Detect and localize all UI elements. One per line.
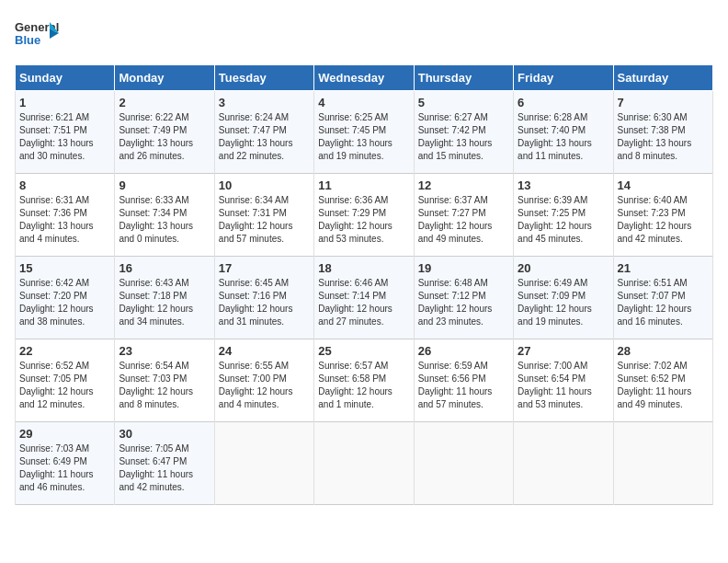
day-info: Sunrise: 6:39 AM Sunset: 7:25 PM Dayligh… — [518, 194, 609, 246]
day-number: 19 — [418, 261, 509, 275]
day-info: Sunrise: 6:57 AM Sunset: 6:58 PM Dayligh… — [318, 360, 409, 411]
weekday-header: Wednesday — [314, 65, 414, 91]
day-info: Sunrise: 6:22 AM Sunset: 7:49 PM Dayligh… — [119, 111, 210, 163]
weekday-header: Monday — [115, 65, 214, 91]
calendar-cell: 20Sunrise: 6:49 AM Sunset: 7:09 PM Dayli… — [514, 257, 613, 339]
calendar-cell: 1Sunrise: 6:21 AM Sunset: 7:51 PM Daylig… — [16, 91, 115, 174]
day-info: Sunrise: 7:05 AM Sunset: 6:47 PM Dayligh… — [119, 442, 210, 494]
calendar-cell — [414, 422, 513, 505]
calendar-week-row: 8Sunrise: 6:31 AM Sunset: 7:36 PM Daylig… — [16, 174, 713, 257]
calendar-table: SundayMondayTuesdayWednesdayThursdayFrid… — [15, 64, 713, 505]
day-number: 23 — [119, 344, 210, 358]
calendar-cell: 17Sunrise: 6:45 AM Sunset: 7:16 PM Dayli… — [214, 257, 313, 339]
day-info: Sunrise: 6:24 AM Sunset: 7:47 PM Dayligh… — [219, 111, 310, 163]
weekday-header: Tuesday — [214, 65, 313, 91]
day-number: 29 — [19, 427, 110, 441]
calendar-cell — [314, 422, 414, 505]
weekday-header: Sunday — [16, 65, 115, 91]
calendar-cell: 30Sunrise: 7:05 AM Sunset: 6:47 PM Dayli… — [115, 422, 214, 505]
calendar-cell: 27Sunrise: 7:00 AM Sunset: 6:54 PM Dayli… — [514, 339, 613, 422]
day-info: Sunrise: 6:48 AM Sunset: 7:12 PM Dayligh… — [418, 277, 509, 328]
calendar-cell: 11Sunrise: 6:36 AM Sunset: 7:29 PM Dayli… — [314, 174, 414, 257]
calendar-cell: 6Sunrise: 6:28 AM Sunset: 7:40 PM Daylig… — [514, 91, 613, 174]
calendar-cell: 2Sunrise: 6:22 AM Sunset: 7:49 PM Daylig… — [115, 91, 214, 174]
day-info: Sunrise: 7:03 AM Sunset: 6:49 PM Dayligh… — [19, 442, 110, 494]
day-info: Sunrise: 6:46 AM Sunset: 7:14 PM Dayligh… — [318, 277, 409, 328]
day-info: Sunrise: 6:55 AM Sunset: 7:00 PM Dayligh… — [219, 360, 310, 411]
calendar-cell: 24Sunrise: 6:55 AM Sunset: 7:00 PM Dayli… — [214, 339, 313, 422]
calendar-week-row: 29Sunrise: 7:03 AM Sunset: 6:49 PM Dayli… — [16, 422, 713, 505]
day-number: 6 — [518, 96, 609, 109]
day-number: 18 — [318, 261, 409, 275]
day-number: 10 — [219, 178, 310, 192]
day-number: 20 — [518, 261, 609, 275]
day-number: 3 — [219, 96, 310, 109]
day-number: 22 — [19, 344, 110, 358]
day-info: Sunrise: 6:21 AM Sunset: 7:51 PM Dayligh… — [19, 111, 110, 163]
day-number: 17 — [219, 261, 310, 275]
calendar-cell: 10Sunrise: 6:34 AM Sunset: 7:31 PM Dayli… — [214, 174, 313, 257]
logo: GeneralBlue — [15, 15, 61, 55]
day-info: Sunrise: 6:25 AM Sunset: 7:45 PM Dayligh… — [318, 111, 409, 163]
calendar-cell: 28Sunrise: 7:02 AM Sunset: 6:52 PM Dayli… — [613, 339, 712, 422]
day-info: Sunrise: 7:00 AM Sunset: 6:54 PM Dayligh… — [518, 360, 609, 411]
weekday-header: Saturday — [613, 65, 712, 91]
calendar-cell: 21Sunrise: 6:51 AM Sunset: 7:07 PM Dayli… — [613, 257, 712, 339]
day-number: 9 — [119, 178, 210, 192]
calendar-cell: 22Sunrise: 6:52 AM Sunset: 7:05 PM Dayli… — [16, 339, 115, 422]
day-info: Sunrise: 7:02 AM Sunset: 6:52 PM Dayligh… — [618, 360, 709, 411]
day-info: Sunrise: 6:42 AM Sunset: 7:20 PM Dayligh… — [19, 277, 110, 328]
calendar-cell — [514, 422, 613, 505]
weekday-header: Thursday — [414, 65, 513, 91]
day-number: 26 — [418, 344, 509, 358]
day-number: 1 — [19, 96, 110, 109]
calendar-cell: 14Sunrise: 6:40 AM Sunset: 7:23 PM Dayli… — [613, 174, 712, 257]
day-number: 25 — [318, 344, 409, 358]
day-number: 24 — [219, 344, 310, 358]
day-info: Sunrise: 6:49 AM Sunset: 7:09 PM Dayligh… — [518, 277, 609, 328]
svg-text:Blue: Blue — [15, 33, 40, 47]
day-number: 16 — [119, 261, 210, 275]
day-number: 30 — [119, 427, 210, 441]
day-info: Sunrise: 6:51 AM Sunset: 7:07 PM Dayligh… — [618, 277, 709, 328]
calendar-cell: 29Sunrise: 7:03 AM Sunset: 6:49 PM Dayli… — [16, 422, 115, 505]
header-row: SundayMondayTuesdayWednesdayThursdayFrid… — [16, 65, 713, 91]
day-info: Sunrise: 6:45 AM Sunset: 7:16 PM Dayligh… — [219, 277, 310, 328]
calendar-cell: 23Sunrise: 6:54 AM Sunset: 7:03 PM Dayli… — [115, 339, 214, 422]
day-number: 4 — [318, 96, 409, 109]
page-header: GeneralBlue — [15, 15, 713, 55]
day-info: Sunrise: 6:33 AM Sunset: 7:34 PM Dayligh… — [119, 194, 210, 246]
day-number: 7 — [618, 96, 709, 109]
day-info: Sunrise: 6:54 AM Sunset: 7:03 PM Dayligh… — [119, 360, 210, 411]
calendar-cell: 3Sunrise: 6:24 AM Sunset: 7:47 PM Daylig… — [214, 91, 313, 174]
calendar-cell: 8Sunrise: 6:31 AM Sunset: 7:36 PM Daylig… — [16, 174, 115, 257]
day-info: Sunrise: 6:31 AM Sunset: 7:36 PM Dayligh… — [19, 194, 110, 246]
day-number: 5 — [418, 96, 509, 109]
day-info: Sunrise: 6:40 AM Sunset: 7:23 PM Dayligh… — [618, 194, 709, 246]
calendar-week-row: 22Sunrise: 6:52 AM Sunset: 7:05 PM Dayli… — [16, 339, 713, 422]
weekday-header: Friday — [514, 65, 613, 91]
calendar-cell: 26Sunrise: 6:59 AM Sunset: 6:56 PM Dayli… — [414, 339, 513, 422]
calendar-cell: 16Sunrise: 6:43 AM Sunset: 7:18 PM Dayli… — [115, 257, 214, 339]
calendar-cell: 12Sunrise: 6:37 AM Sunset: 7:27 PM Dayli… — [414, 174, 513, 257]
calendar-cell: 25Sunrise: 6:57 AM Sunset: 6:58 PM Dayli… — [314, 339, 414, 422]
day-number: 21 — [618, 261, 709, 275]
logo-svg: GeneralBlue — [15, 15, 61, 55]
calendar-cell: 15Sunrise: 6:42 AM Sunset: 7:20 PM Dayli… — [16, 257, 115, 339]
day-info: Sunrise: 6:59 AM Sunset: 6:56 PM Dayligh… — [418, 360, 509, 411]
day-number: 11 — [318, 178, 409, 192]
calendar-cell — [214, 422, 313, 505]
day-info: Sunrise: 6:28 AM Sunset: 7:40 PM Dayligh… — [518, 111, 609, 163]
calendar-cell: 7Sunrise: 6:30 AM Sunset: 7:38 PM Daylig… — [613, 91, 712, 174]
day-info: Sunrise: 6:27 AM Sunset: 7:42 PM Dayligh… — [418, 111, 509, 163]
day-number: 8 — [19, 178, 110, 192]
calendar-cell: 9Sunrise: 6:33 AM Sunset: 7:34 PM Daylig… — [115, 174, 214, 257]
calendar-cell: 19Sunrise: 6:48 AM Sunset: 7:12 PM Dayli… — [414, 257, 513, 339]
day-number: 15 — [19, 261, 110, 275]
day-number: 12 — [418, 178, 509, 192]
day-number: 13 — [518, 178, 609, 192]
calendar-week-row: 15Sunrise: 6:42 AM Sunset: 7:20 PM Dayli… — [16, 257, 713, 339]
calendar-cell: 4Sunrise: 6:25 AM Sunset: 7:45 PM Daylig… — [314, 91, 414, 174]
calendar-cell: 13Sunrise: 6:39 AM Sunset: 7:25 PM Dayli… — [514, 174, 613, 257]
day-info: Sunrise: 6:52 AM Sunset: 7:05 PM Dayligh… — [19, 360, 110, 411]
